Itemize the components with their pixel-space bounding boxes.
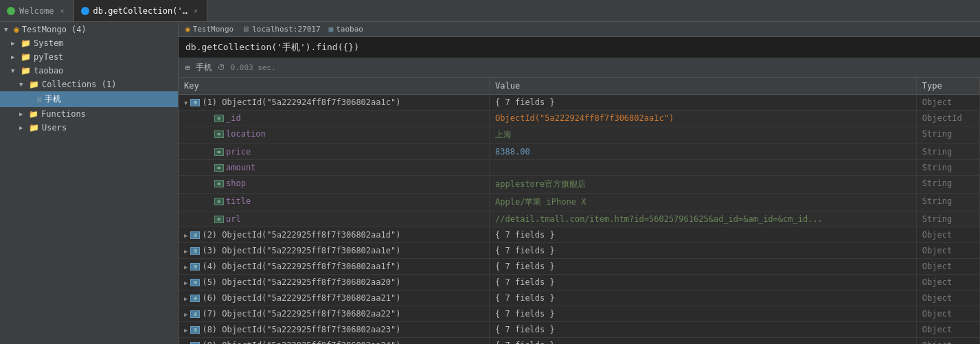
sidebar-item-users[interactable]: ▶ 📁 Users — [0, 121, 178, 135]
tab-welcome[interactable]: Welcome ✕ — [0, 0, 74, 21]
table-child-value: applestore官方旗舰店 — [490, 176, 917, 194]
sidebar-item-taobao[interactable]: ▼ 📁 taobao — [0, 64, 178, 78]
tab-welcome-close[interactable]: ✕ — [58, 6, 67, 15]
table-cell-type: Object — [916, 275, 979, 290]
tab-query-close[interactable]: ✕ — [192, 6, 200, 15]
table-row[interactable]: ▶⊞(6) ObjectId("5a222925ff8f7f306802aa21… — [179, 290, 980, 306]
sidebar-taobao-label: taobao — [34, 66, 63, 76]
row-expand-arrow[interactable]: ▶ — [184, 311, 187, 318]
sidebar-item-phones[interactable]: ▦ 手机 — [0, 91, 178, 107]
tab-welcome-label: Welcome — [19, 6, 54, 16]
tab-query-label: db.getCollection('… — [93, 6, 187, 16]
tab-query[interactable]: db.getCollection('… ✕ — [74, 0, 207, 21]
content-area: ◉ TestMongo 🖥 localhost:27017 ▦ taobao d… — [179, 22, 980, 344]
table-child-row: ≡shopapplestore官方旗舰店String — [179, 176, 980, 194]
sidebar-item-collections[interactable]: ▼ 📁 Collections (1) — [0, 78, 178, 91]
sidebar-functions-label: Functions — [41, 109, 86, 119]
table-child-row: ≡titleApple/苹果 iPhone XString — [179, 194, 980, 211]
sidebar: ▼ ◉ TestMongo (4) ▶ 📁 System ▶ 📁 pyTest … — [0, 22, 179, 344]
field-key-text: price — [226, 147, 251, 157]
table-cell-type: Object — [916, 290, 979, 306]
col-key-header: Key — [179, 78, 490, 95]
table-cell-value: { 7 fields } — [490, 306, 917, 322]
users-arrow: ▶ — [19, 124, 26, 131]
table-area[interactable]: Key Value Type ▼⊞(1) ObjectId("5a222924f… — [179, 78, 980, 344]
table-child-row: ≡price8388.00String — [179, 144, 980, 160]
table-cell-key: ▶⊞(4) ObjectId("5a222925ff8f7f306802aa1f… — [179, 259, 490, 275]
tab-bar: Welcome ✕ db.getCollection('… ✕ — [0, 0, 980, 22]
table-child-key: ≡location — [179, 126, 490, 144]
table-row[interactable]: ▶⊞(2) ObjectId("5a222925ff8f7f306802aa1d… — [179, 227, 980, 243]
table-child-type: String — [916, 211, 979, 227]
table-row[interactable]: ▼⊞(1) ObjectId("5a222924ff8f7f306802aa1c… — [179, 95, 980, 111]
table-cell-type: Object — [916, 227, 979, 243]
table-cell-type: Object — [916, 338, 979, 345]
row-expand-arrow[interactable]: ▶ — [184, 232, 187, 239]
field-key-text: url — [226, 214, 241, 224]
table-row[interactable]: ▶⊞(9) ObjectId("5a222925ff8f7f306802aa24… — [179, 338, 980, 345]
table-child-value: //detail.tmall.com/item.htm?id=560257961… — [490, 211, 917, 227]
table-child-key: ≡shop — [179, 176, 490, 194]
phones-collection-icon: ▦ — [37, 95, 42, 104]
table-cell-type: Object — [916, 322, 979, 338]
table-cell-type: Object — [916, 259, 979, 275]
main-area: ▼ ◉ TestMongo (4) ▶ 📁 System ▶ 📁 pyTest … — [0, 22, 980, 344]
row-icon: ⊞ — [190, 279, 200, 286]
row-icon: ⊞ — [190, 263, 200, 271]
table-cell-key: ▶⊞(8) ObjectId("5a222925ff8f7f306802aa23… — [179, 322, 490, 338]
conn-db-label: TestMongo — [193, 25, 234, 34]
row-expand-arrow[interactable]: ▶ — [184, 264, 187, 271]
conn-server: 🖥 localhost:27017 — [242, 25, 320, 34]
field-icon: ≡ — [214, 148, 224, 156]
root-arrow: ▼ — [4, 26, 11, 33]
row-expand-arrow[interactable]: ▼ — [184, 100, 187, 106]
table-cell-value: { 7 fields } — [490, 243, 917, 259]
table-child-key: ≡url — [179, 211, 490, 227]
results-time: 0.003 sec. — [231, 63, 276, 72]
table-cell-value: { 7 fields } — [490, 275, 917, 290]
conn-db-icon: ◉ — [185, 25, 190, 34]
functions-arrow: ▶ — [19, 111, 26, 117]
sidebar-collections-label: Collections (1) — [42, 80, 116, 89]
sidebar-item-functions[interactable]: ▶ 📁 Functions — [0, 107, 178, 121]
table-row[interactable]: ▶⊞(3) ObjectId("5a222925ff8f7f306802aa1e… — [179, 243, 980, 259]
table-child-type: String — [916, 160, 979, 176]
row-expand-arrow[interactable]: ▶ — [184, 279, 187, 286]
table-row[interactable]: ▶⊞(8) ObjectId("5a222925ff8f7f306802aa23… — [179, 322, 980, 338]
col-type-header: Type — [916, 78, 979, 95]
query-icon — [81, 7, 89, 15]
sidebar-root[interactable]: ▼ ◉ TestMongo (4) — [0, 22, 178, 36]
table-row[interactable]: ▶⊞(5) ObjectId("5a222925ff8f7f306802aa20… — [179, 275, 980, 290]
pytest-arrow: ▶ — [11, 54, 18, 60]
table-child-value: 上海 — [490, 126, 917, 144]
field-icon: ≡ — [214, 180, 224, 187]
table-cell-key: ▶⊞(7) ObjectId("5a222925ff8f7f306802aa22… — [179, 306, 490, 322]
field-key-text: shop — [226, 179, 246, 188]
query-bar[interactable]: db.getCollection('手机').find({}) — [179, 37, 980, 58]
row-icon: ⊞ — [190, 310, 200, 318]
table-child-type: String — [916, 194, 979, 211]
field-key-text: location — [226, 129, 266, 139]
table-child-row: ≡amountString — [179, 160, 980, 176]
table-row[interactable]: ▶⊞(7) ObjectId("5a222925ff8f7f306802aa22… — [179, 306, 980, 322]
table-cell-key: ▶⊞(3) ObjectId("5a222925ff8f7f306802aa1e… — [179, 243, 490, 259]
db-icon: ◉ — [14, 24, 19, 34]
table-cell-key: ▶⊞(2) ObjectId("5a222925ff8f7f306802aa1d… — [179, 227, 490, 243]
row-icon: ⊞ — [190, 231, 200, 239]
table-child-value: Apple/苹果 iPhone X — [490, 194, 917, 211]
table-child-key: ≡title — [179, 194, 490, 211]
field-icon: ≡ — [214, 130, 224, 138]
row-expand-arrow[interactable]: ▶ — [184, 248, 187, 255]
table-cell-key: ▶⊞(6) ObjectId("5a222925ff8f7f306802aa21… — [179, 290, 490, 306]
row-expand-arrow[interactable]: ▶ — [184, 295, 187, 302]
table-cell-value: { 7 fields } — [490, 227, 917, 243]
sidebar-item-pytest[interactable]: ▶ 📁 pyTest — [0, 50, 178, 64]
sidebar-item-system[interactable]: ▶ 📁 System — [0, 36, 178, 50]
sidebar-pytest-label: pyTest — [34, 52, 63, 62]
table-row[interactable]: ▶⊞(4) ObjectId("5a222925ff8f7f306802aa1f… — [179, 259, 980, 275]
table-cell-key: ▼⊞(1) ObjectId("5a222924ff8f7f306802aa1c… — [179, 95, 490, 111]
table-child-type: String — [916, 144, 979, 160]
table-child-type: ObjectId — [916, 111, 979, 126]
row-expand-arrow[interactable]: ▶ — [184, 327, 187, 334]
table-cell-type: Object — [916, 243, 979, 259]
